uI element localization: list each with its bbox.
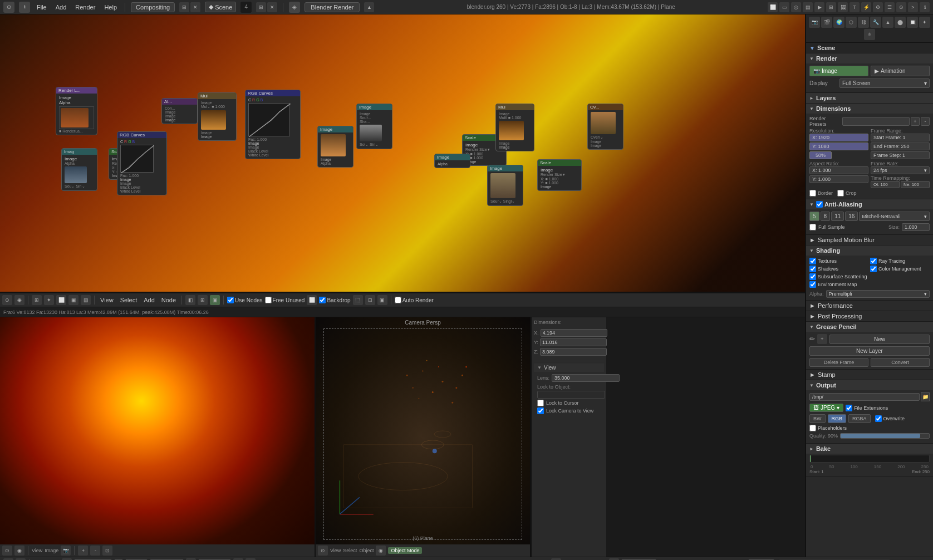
status-icon-5[interactable]: 🔲 xyxy=(245,558,256,561)
status-icon-1[interactable]: ⊙ xyxy=(3,558,13,561)
add-label[interactable]: Add xyxy=(141,297,157,303)
presets-remove-btn[interactable]: - xyxy=(921,117,930,126)
shading-section-header[interactable]: ▼ Shading xyxy=(806,245,933,256)
backdrop-toggle-icon[interactable]: ⬜ xyxy=(307,295,317,305)
rgb-button[interactable]: RGB xyxy=(828,414,847,423)
menu-file[interactable]: File xyxy=(35,4,49,11)
frame-icon[interactable]: ⬜ xyxy=(56,295,66,305)
aa-btn-5[interactable]: 5 xyxy=(809,212,819,221)
sequencer-icon[interactable]: ▤ xyxy=(803,2,813,12)
size-input[interactable]: 1.000 xyxy=(902,223,930,231)
logic-editor-icon[interactable]: ⚡ xyxy=(861,2,871,12)
zoom-out-icon[interactable]: - xyxy=(90,546,100,556)
image-editor-icon[interactable]: 🖼 xyxy=(838,2,848,12)
dim-z-input[interactable] xyxy=(540,348,607,356)
alpha-select[interactable]: Premultipli ▾ xyxy=(826,290,930,298)
scene-close-icon[interactable]: ✕ xyxy=(267,2,277,12)
render-props-icon[interactable]: 📷 xyxy=(809,17,820,28)
status-camera-icon[interactable]: 📷 xyxy=(62,558,72,561)
output-path-input[interactable] xyxy=(809,393,920,401)
render-image-button[interactable]: 📷 Image xyxy=(809,66,868,76)
console-icon[interactable]: > xyxy=(908,2,918,12)
view-subheader[interactable]: ▼ View xyxy=(534,363,604,372)
placeholders-checkbox[interactable] xyxy=(809,425,816,431)
object-mode-select[interactable]: Object Mode xyxy=(388,547,422,554)
frame-step-field[interactable]: Frame Step: 1 xyxy=(871,151,930,159)
modifier-props-icon[interactable]: 🔧 xyxy=(870,17,881,28)
render-engine-selector[interactable]: Blender Render xyxy=(305,2,360,12)
close-icon[interactable]: ✕ xyxy=(190,2,200,12)
menu-render[interactable]: Render xyxy=(73,4,97,11)
gp-section-header[interactable]: ▼ Grease Pencil xyxy=(806,322,933,332)
data-props-icon[interactable]: ▲ xyxy=(882,17,893,28)
end-frame-field[interactable]: End Frame: 250 xyxy=(871,143,930,150)
format-select[interactable]: 🖼 JPEG ▾ xyxy=(809,404,843,412)
lock-object-input[interactable] xyxy=(537,391,605,399)
performance-header[interactable]: ► Performance xyxy=(806,301,933,311)
bake-section-header[interactable]: ► Bake xyxy=(806,444,933,454)
new-remap-field[interactable]: Ne: 100 xyxy=(901,181,930,188)
use-nodes-checkbox[interactable] xyxy=(227,297,234,303)
layers-section-header[interactable]: ► Layers xyxy=(806,93,933,103)
quality-bar[interactable] xyxy=(840,433,930,439)
select-btn[interactable]: Select xyxy=(343,548,357,553)
image-label-bottom[interactable]: Image xyxy=(45,548,58,553)
fps-field[interactable]: 24 fps ▾ xyxy=(871,166,930,174)
textures-checkbox[interactable] xyxy=(809,258,816,264)
status-icon-2[interactable]: ◉ xyxy=(16,558,26,561)
lens-input[interactable] xyxy=(552,374,620,382)
res-x-field[interactable]: X: 1920 xyxy=(809,134,868,141)
status-right-icon-2[interactable]: ◉ xyxy=(609,558,619,561)
overwrite-checkbox[interactable] xyxy=(875,415,882,422)
aa-enabled-checkbox[interactable] xyxy=(816,201,823,208)
image-type-icon[interactable]: 📷 xyxy=(61,546,71,556)
post-processing-header[interactable]: ► Post Processing xyxy=(806,311,933,322)
aa-btn-11[interactable]: 11 xyxy=(831,212,844,221)
aa-btn-16[interactable]: 16 xyxy=(845,212,858,221)
bake-timeline[interactable] xyxy=(809,455,930,463)
particle-props-icon[interactable]: ✦ xyxy=(919,17,930,28)
viewport-3d-panel[interactable]: Camera Persp xyxy=(316,317,531,557)
shadows-checkbox[interactable] xyxy=(809,266,816,272)
outliner-icon[interactable]: ☰ xyxy=(885,2,895,12)
object-mode-icon[interactable]: ◉ xyxy=(376,546,386,556)
link-icon[interactable]: ⊞ xyxy=(198,295,208,305)
gp-delete-frame-button[interactable]: Delete Frame xyxy=(809,358,868,367)
lock-camera-checkbox[interactable] xyxy=(537,407,544,414)
view-mode-icon[interactable]: ⊙ xyxy=(2,295,12,305)
node-editor-icon[interactable]: ◎ xyxy=(791,2,801,12)
res-y-field[interactable]: Y: 1080 xyxy=(809,143,868,150)
maximize-icon[interactable]: ⊞ xyxy=(179,2,189,12)
zoom-icon[interactable]: ⊞ xyxy=(32,295,42,305)
stamp-header[interactable]: ► Stamp xyxy=(806,370,933,380)
motion-blur-header[interactable]: ► Sampled Motion Blur xyxy=(806,235,933,245)
full-sample-checkbox[interactable] xyxy=(809,224,816,230)
world-props-icon[interactable]: 🌍 xyxy=(833,17,844,28)
movie-clip-icon[interactable]: ▶ xyxy=(814,2,824,12)
aa-btn-8[interactable]: 8 xyxy=(821,212,831,221)
colormgmt-checkbox[interactable] xyxy=(870,266,877,272)
status-right-icon-1[interactable]: ⊙ xyxy=(551,558,561,561)
gp-new-button[interactable]: New xyxy=(829,335,930,344)
timeline-icon[interactable]: ▭ xyxy=(779,2,789,12)
view-3d-icon[interactable]: ⬜ xyxy=(768,2,778,12)
socket-type-icon[interactable]: ◧ xyxy=(185,295,195,305)
texture-props-icon[interactable]: 🔲 xyxy=(907,17,918,28)
gp-new-layer-button[interactable]: New Layer xyxy=(809,346,930,356)
object-props-icon[interactable]: ⬡ xyxy=(846,17,857,28)
image-icon[interactable]: ▣ xyxy=(68,295,78,305)
aa-section-header[interactable]: ▼ Anti-Aliasing xyxy=(806,199,933,209)
properties-icon[interactable]: ⚙ xyxy=(873,2,883,12)
select-label[interactable]: Select xyxy=(118,297,140,303)
sss-checkbox[interactable] xyxy=(809,273,816,280)
backdrop-icon[interactable]: ▣ xyxy=(210,295,220,305)
aa-filter-select[interactable]: Mitchell-Netravali ▾ xyxy=(859,212,930,221)
view-label[interactable]: View xyxy=(98,297,116,303)
menu-add[interactable]: Add xyxy=(53,4,69,11)
scene-props-icon[interactable]: 🎬 xyxy=(821,17,832,28)
backdrop-icon3[interactable]: ⊡ xyxy=(365,295,375,305)
view-label-bottom[interactable]: View xyxy=(32,548,42,553)
object-btn[interactable]: Object xyxy=(359,548,374,553)
envmap-checkbox[interactable] xyxy=(809,281,816,288)
uv-editor-icon[interactable]: ⊞ xyxy=(826,2,836,12)
